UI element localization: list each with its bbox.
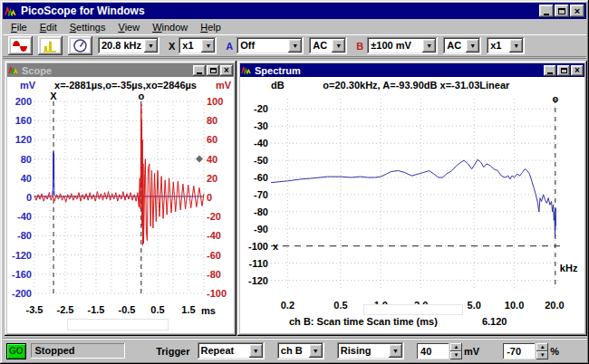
maximize-button[interactable] <box>207 65 219 76</box>
svg-text:ms: ms <box>201 305 216 316</box>
chevron-down-icon[interactable]: ▼ <box>288 39 302 53</box>
scope-trace-red <box>34 104 204 245</box>
svg-text:80: 80 <box>207 115 217 126</box>
menu-help[interactable]: Help <box>194 21 227 34</box>
chevron-down-icon[interactable]: ▼ <box>509 39 523 53</box>
svg-text:-80: -80 <box>207 269 221 280</box>
close-button[interactable]: × <box>220 65 233 76</box>
svg-text:-110: -110 <box>249 258 268 269</box>
trigger-mode-value: Repeat <box>198 342 247 359</box>
trigger-source-select[interactable]: ch B ▼ <box>277 342 324 359</box>
maximize-button[interactable] <box>555 5 569 17</box>
trigger-level-marker[interactable] <box>196 156 203 163</box>
svg-text:10.0: 10.0 <box>505 300 524 311</box>
close-button[interactable]: × <box>570 5 584 17</box>
channel-a-range-select[interactable]: Off ▼ <box>237 37 304 54</box>
scope-cursor-readout: x=-2881µs,o=-35µs,xo=2846µs <box>35 80 216 91</box>
spectrum-window: Spectrum × dB o=20.30kHz, A=-93.90dB x=-… <box>237 61 587 336</box>
minimize-button[interactable] <box>193 65 206 76</box>
svg-text:kHz: kHz <box>560 263 578 273</box>
chevron-down-icon[interactable]: ▼ <box>309 344 323 358</box>
svg-text:-0.5: -0.5 <box>119 304 136 315</box>
trigger-delay-value[interactable]: -70 <box>503 343 536 359</box>
go-button[interactable]: GO <box>6 343 26 359</box>
spectrum-axis-unit: dB <box>271 80 285 91</box>
spectrum-edit-box[interactable] <box>363 304 463 315</box>
spin-down-icon[interactable]: ▼ <box>450 351 462 359</box>
spin-down-icon[interactable]: ▼ <box>536 351 548 359</box>
spectrum-readout-bar: dB o=20.30kHz, A=-93.90dB x=-31.03Linear <box>240 77 584 90</box>
maximize-button[interactable] <box>557 65 570 76</box>
timebase-select[interactable]: 20.8 kHz ▼ <box>98 37 159 54</box>
svg-text:-20: -20 <box>207 211 221 222</box>
chevron-down-icon[interactable]: ▼ <box>422 39 436 53</box>
svg-text:-1.5: -1.5 <box>88 304 105 315</box>
channel-b-multiplier-value: x1 <box>487 37 507 54</box>
picoscope-app-window: PicoScope for Windows × File Edit Settin… <box>0 0 589 364</box>
chevron-down-icon[interactable]: ▼ <box>466 39 479 53</box>
trigger-threshold-value[interactable]: 40 <box>417 343 449 359</box>
channel-a-coupling-select[interactable]: AC ▼ <box>309 37 347 54</box>
svg-text:-50: -50 <box>254 155 268 166</box>
trigger-threshold-spinner[interactable]: 40 ▲ ▼ <box>417 343 462 359</box>
menu-settings[interactable]: Settings <box>63 21 112 34</box>
channel-b-coupling-select[interactable]: AC ▼ <box>443 37 481 54</box>
title-bar: PicoScope for Windows × <box>3 3 586 19</box>
close-button[interactable]: × <box>571 65 584 76</box>
menu-window[interactable]: Window <box>146 21 194 34</box>
chevron-down-icon[interactable]: ▼ <box>144 39 158 53</box>
trigger-direction-select[interactable]: Rising ▼ <box>337 342 404 359</box>
minimize-button[interactable] <box>544 65 556 76</box>
svg-text:0: 0 <box>26 192 32 203</box>
scope-title-bar[interactable]: Scope × <box>7 63 234 77</box>
minimize-button[interactable] <box>539 5 554 17</box>
svg-text:40: 40 <box>207 154 217 165</box>
scope-view-button[interactable] <box>8 36 33 55</box>
channel-b-label: B <box>356 41 363 52</box>
menu-bar: File Edit Settings View Window Help <box>3 20 586 34</box>
x-multiplier-select[interactable]: x1 ▼ <box>179 37 217 54</box>
chevron-down-icon[interactable]: ▼ <box>201 39 215 53</box>
maximize-icon <box>561 68 567 73</box>
svg-text:20: 20 <box>207 173 217 184</box>
trigger-delay-spinner[interactable]: -70 ▲ ▼ <box>503 343 548 359</box>
svg-text:-40: -40 <box>254 138 268 148</box>
minimize-icon <box>197 72 202 74</box>
scope-left-axis-unit: mV <box>20 80 35 91</box>
scope-plot-area: mV x=-2881µs,o=-35µs,xo=2846µs mV 200160… <box>7 77 234 333</box>
svg-text:-20: -20 <box>254 103 268 114</box>
svg-text:0.5: 0.5 <box>150 304 164 315</box>
channel-b-range-select[interactable]: ±100 mV ▼ <box>367 37 438 54</box>
menu-edit[interactable]: Edit <box>34 21 63 34</box>
trigger-mode-select[interactable]: Repeat ▼ <box>198 342 265 359</box>
channel-b-multiplier-select[interactable]: x1 ▼ <box>487 37 525 54</box>
spectrum-title-bar[interactable]: Spectrum × <box>240 63 584 77</box>
svg-text:1.5: 1.5 <box>181 304 195 315</box>
spin-up-icon[interactable]: ▲ <box>536 343 548 351</box>
svg-text:-100: -100 <box>207 288 227 299</box>
chevron-down-icon[interactable]: ▼ <box>249 344 263 358</box>
meter-view-button[interactable] <box>68 36 92 55</box>
menu-file[interactable]: File <box>5 21 34 34</box>
svg-text:-100: -100 <box>248 241 268 252</box>
svg-text:5.0: 5.0 <box>468 300 481 311</box>
scope-window: Scope × mV x=-2881µs,o=-35µs,xo=2846µs m… <box>5 61 237 336</box>
spectrum-plot-area: dB o=20.30kHz, A=-93.90dB x=-31.03Linear… <box>240 77 584 333</box>
svg-text:-2.5: -2.5 <box>57 304 74 315</box>
channel-b-coupling-value: AC <box>443 37 464 54</box>
svg-text:0.2: 0.2 <box>281 300 294 311</box>
spin-up-icon[interactable]: ▲ <box>450 343 462 351</box>
menu-view[interactable]: View <box>111 21 146 34</box>
spectrum-view-button[interactable] <box>38 36 63 55</box>
scope-icon <box>11 39 30 53</box>
svg-text:X: X <box>50 91 57 101</box>
chevron-down-icon[interactable]: ▼ <box>389 344 402 358</box>
svg-text:-160: -160 <box>12 269 32 280</box>
svg-text:-40: -40 <box>207 230 221 241</box>
close-icon: × <box>224 66 229 75</box>
chevron-down-icon[interactable]: ▼ <box>332 39 345 53</box>
minimize-icon <box>544 14 549 15</box>
svg-text:40: 40 <box>21 173 32 184</box>
scope-edit-box[interactable] <box>67 319 169 330</box>
svg-text:o: o <box>552 93 558 104</box>
